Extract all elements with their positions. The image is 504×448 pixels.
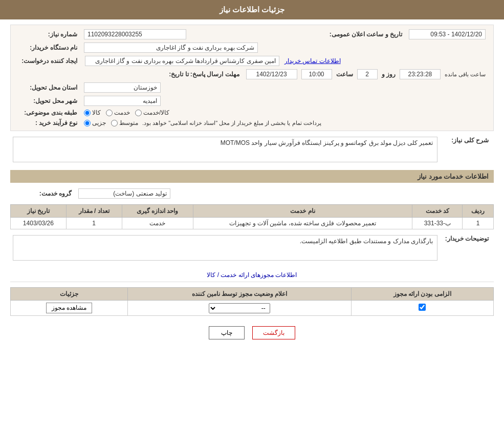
permit-table-head: الزامی بودن ارائه مجوز اعلام وضعیت مجوز … [11,288,494,301]
permit-col-required: الزامی بودن ارائه مجوز [351,288,494,301]
col-name: نام خدمت [193,205,412,218]
main-content: 1402/12/20 - 09:53 تاریخ و ساعت اعلان عم… [0,19,504,355]
radio-kala-input[interactable] [84,110,91,116]
motaset-label: متوسط [119,119,138,126]
cell-date: 1403/03/26 [11,218,67,229]
desc-label: شرح کلی نیاز: [440,137,491,144]
services-section: اطلاعات خدمات مورد نیاز تولید صنعتی (ساخ… [10,170,494,262]
table-row: 1 ب-33-331 تعمیر محصولات فلزی ساخته شده،… [11,218,494,229]
category-label: طبقه بندی موضوعی: [18,109,80,116]
province-group: خوزستان استان محل تحویل: [18,82,161,93]
services-header-row: ردیف کد خدمت نام خدمت واحد اندازه گیری ت… [11,205,494,218]
days-label: روز و [382,71,396,78]
permit-status-select[interactable]: -- [209,303,270,313]
buyer-desc-value: بارگذاری مدارک و مستندات طبق اطلاعیه الز… [13,235,437,261]
permit-table-body: -- مشاهده مجوز [11,301,494,316]
khedmat-label: خدمت [114,109,130,116]
purchase-label: نوع فرآیند خرید : [18,119,80,126]
radio-khedmat[interactable]: خدمت [106,109,130,116]
buyer-value: شرکت بهره برداری نفت و گاز اغاجاری [84,42,258,53]
city-group: امیدیه شهر محل تحویل: [18,96,161,106]
page-header: جزئیات اطلاعات نیاز [0,0,504,19]
cell-qty: 1 [66,218,122,229]
row-purchase: پرداخت تمام یا بخشی از مبلغ خریدار از مح… [16,118,488,128]
radio-khedmat-input[interactable] [106,110,113,116]
permit-col-details: جزئیات [11,288,128,301]
cell-name: تعمیر محصولات فلزی ساخته شده، ماشین آلات… [193,218,412,229]
province-value: خوزستان [84,82,161,93]
permit-table-wrapper: الزامی بودن ارائه مجوز اعلام وضعیت مجوز … [10,287,494,316]
radio-kala-khedmat[interactable]: کالا/خدمت [135,109,169,116]
creator-label: ایجاد کننده درخواست: [18,57,80,65]
permit-col-status: اعلام وضعیت مجوز توسط نامین کننده [128,288,351,301]
deadline-label: مهلت ارسال پاسخ: تا تاریخ: [169,71,242,78]
permit-header-row: الزامی بودن ارائه مجوز اعلام وضعیت مجوز … [11,288,494,301]
col-qty: تعداد / مقدار [66,205,122,218]
permit-required-checkbox[interactable] [419,304,426,311]
buyer-desc-row: توضیحات خریدار: بارگذاری مدارک و مستندات… [10,233,494,262]
page-title: جزئیات اطلاعات نیاز [220,5,284,14]
purchase-group: پرداخت تمام یا بخشی از مبلغ خریدار از مح… [18,119,321,126]
need-number-group: 1102093228003255 شماره نیاز: [18,29,186,39]
permit-title[interactable]: اطلاعات مجوزهای ارائه خدمت / کالا [10,268,494,282]
permit-details-cell: مشاهده مجوز [11,301,128,316]
services-title: اطلاعات خدمات مورد نیاز [10,170,494,183]
permit-status-cell: -- [128,301,351,316]
service-group-value: تولید صنعتی (ساخت) [78,188,170,199]
days-value: 2 [357,69,378,79]
category-group: کالا/خدمت خدمت کالا طبقه بندی موضوعی: [18,109,169,116]
permit-section: اطلاعات مجوزهای ارائه خدمت / کالا الزامی… [10,268,494,316]
city-value: امیدیه [84,96,161,106]
top-section: 1402/12/20 - 09:53 تاریخ و ساعت اعلان عم… [10,25,494,131]
buyer-group: شرکت بهره برداری نفت و گاز اغاجاری نام د… [18,42,258,53]
need-number-value: 1102093228003255 [84,29,186,39]
need-number-label: شماره نیاز: [18,31,80,38]
service-group-group: تولید صنعتی (ساخت) گروه خدمت: [13,188,170,199]
row-service-group: تولید صنعتی (ساخت) گروه خدمت: [10,187,494,200]
radio-motaset[interactable]: متوسط [111,119,138,126]
print-button[interactable]: چاپ [209,326,245,339]
kala-khedmat-label: کالا/خدمت [143,109,169,116]
col-code: کد خدمت [412,205,463,218]
cell-row-num: 1 [463,218,494,229]
radio-jozi[interactable]: جزیی [84,119,106,126]
button-bar: بازگشت چاپ [10,326,494,350]
radio-motaset-input[interactable] [111,120,118,126]
remaining-group: ساعت باقی مانده 23:23:28 روز و 2 ساعت 10… [169,69,486,79]
services-table: ردیف کد خدمت نام خدمت واحد اندازه گیری ت… [10,204,494,229]
row-province: خوزستان استان محل تحویل: [16,81,488,94]
radio-kala[interactable]: کالا [84,109,101,116]
time-label: ساعت [336,71,353,78]
contact-link[interactable]: اطلاعات تماس خریدار [284,57,341,65]
date-value: 1402/12/23 [246,69,297,79]
creator-value: امین صفری کارشناس قراردادها شرکت بهره بر… [85,56,279,66]
radio-jozi-input[interactable] [84,120,91,126]
announce-group: 1402/12/20 - 09:53 تاریخ و ساعت اعلان عم… [330,29,486,39]
desc-row: شرح کلی نیاز: تعمیر کلی دیزل مولد برق کو… [10,135,494,164]
row-creator: اطلاعات تماس خریدار امین صفری کارشناس قر… [16,54,488,68]
cell-code: ب-33-331 [412,218,463,229]
service-group-label: گروه خدمت: [13,190,74,197]
view-permit-button[interactable]: مشاهده مجوز [46,303,92,313]
desc-value: تعمیر کلی دیزل مولد برق کوماتسو و پرکینز… [13,137,437,162]
radio-kala-khedmat-input[interactable] [135,110,142,116]
announce-value: 1402/12/20 - 09:53 [409,29,486,39]
col-unit: واحد اندازه گیری [122,205,193,218]
services-table-body: 1 ب-33-331 تعمیر محصولات فلزی ساخته شده،… [11,218,494,229]
services-table-head: ردیف کد خدمت نام خدمت واحد اندازه گیری ت… [11,205,494,218]
page-wrapper: جزئیات اطلاعات نیاز 1402/12/20 - 09:53 ت… [0,0,504,448]
buyer-label: نام دستگاه خریدار: [18,44,80,51]
services-table-section: ردیف کد خدمت نام خدمت واحد اندازه گیری ت… [10,204,494,229]
back-button[interactable]: بازگشت [252,326,295,339]
kala-label: کالا [92,109,101,116]
remaining-label: ساعت باقی مانده [445,71,486,78]
col-date: تاریخ نیاز [11,205,67,218]
row-city: امیدیه شهر محل تحویل: [16,94,488,108]
row-need-announce: 1402/12/20 - 09:53 تاریخ و ساعت اعلان عم… [16,28,488,41]
buyer-desc-label: توضیحات خریدار: [440,235,491,242]
announce-label: تاریخ و ساعت اعلان عمومی: [330,31,405,38]
purchase-note: پرداخت تمام یا بخشی از مبلغ خریدار از مح… [142,120,321,126]
time-value: 10:00 [301,69,332,79]
cell-unit: خدمت [122,218,193,229]
col-row: ردیف [463,205,494,218]
